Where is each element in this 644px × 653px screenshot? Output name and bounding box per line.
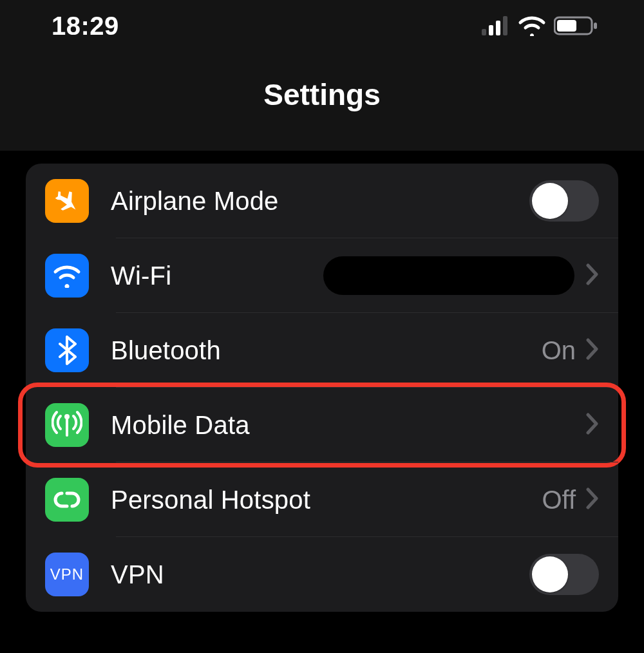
vpn-icon: VPN <box>45 553 89 596</box>
svg-rect-3 <box>503 16 507 35</box>
page-title: Settings <box>0 77 644 112</box>
row-wifi[interactable]: Wi-Fi <box>26 238 618 313</box>
row-label: Airplane Mode <box>111 187 529 216</box>
row-label: Mobile Data <box>111 411 586 440</box>
row-label: VPN <box>111 560 529 589</box>
status-time: 18:29 <box>52 12 119 41</box>
row-mobile-data[interactable]: Mobile Data <box>26 388 618 462</box>
wifi-icon <box>518 15 546 36</box>
row-label: Wi-Fi <box>111 261 323 290</box>
svg-point-8 <box>64 414 70 419</box>
svg-rect-1 <box>489 25 493 35</box>
row-airplane-mode[interactable]: Airplane Mode <box>26 164 618 238</box>
chevron-right-icon <box>586 263 599 288</box>
row-value: On <box>542 336 576 365</box>
wifi-value-redacted <box>323 256 574 295</box>
mobile-data-icon <box>45 403 89 447</box>
airplane-icon <box>45 179 89 223</box>
status-bar: 18:29 <box>0 0 644 52</box>
status-indicators <box>482 15 599 36</box>
settings-group: Airplane Mode Wi-Fi <box>26 164 618 612</box>
battery-icon <box>554 15 599 36</box>
row-personal-hotspot[interactable]: Personal Hotspot Off <box>26 462 618 537</box>
settings-screen: 18:29 <box>0 0 644 653</box>
vpn-toggle[interactable] <box>529 554 599 595</box>
row-label: Personal Hotspot <box>111 486 542 515</box>
airplane-toggle[interactable] <box>529 180 599 222</box>
svg-rect-0 <box>482 29 486 35</box>
svg-rect-5 <box>557 20 576 32</box>
cellular-signal-icon <box>482 16 510 35</box>
svg-rect-6 <box>594 23 597 29</box>
svg-rect-2 <box>496 21 500 35</box>
row-value: Off <box>542 486 576 515</box>
chevron-right-icon <box>586 487 599 512</box>
row-bluetooth[interactable]: Bluetooth On <box>26 313 618 388</box>
wifi-settings-icon <box>45 254 89 298</box>
chevron-right-icon <box>586 338 599 363</box>
page-header: Settings <box>0 52 644 151</box>
chevron-right-icon <box>586 413 599 437</box>
row-vpn[interactable]: VPN VPN <box>26 537 618 612</box>
hotspot-icon <box>45 478 89 522</box>
row-label: Bluetooth <box>111 336 542 365</box>
bluetooth-icon <box>45 328 89 372</box>
